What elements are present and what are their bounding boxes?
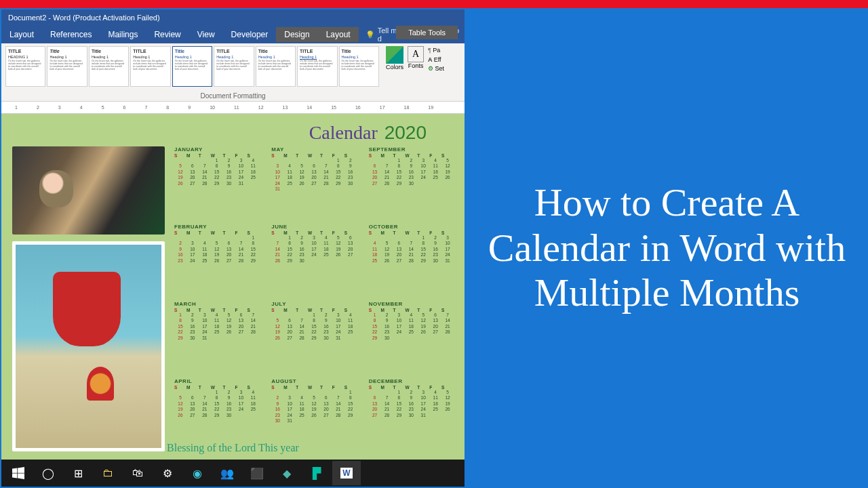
style-preset[interactable]: Title Heading 1 On the Insert tab, the g… (256, 46, 296, 87)
start-button[interactable] (4, 461, 33, 485)
calendar-year: 2020 (384, 122, 427, 144)
style-preset[interactable]: Title Heading 1 On the Insert tab, the g… (89, 46, 129, 87)
ruler-mark: 14 (307, 105, 312, 110)
month-name: JUNE (271, 224, 356, 230)
style-preset[interactable]: Title Heading 1 On the Insert tab, the g… (47, 46, 87, 87)
day-of-week-row: SMTWTFS (174, 153, 259, 158)
ruler-mark: 5 (102, 105, 104, 110)
set-default-button[interactable]: Set (428, 64, 444, 74)
search-button[interactable]: ◯ (34, 461, 62, 485)
month-block: DECEMBERSMTWTFS1234567891011121314151617… (369, 378, 454, 451)
tab-mailings[interactable]: Mailings (100, 27, 146, 42)
ruler-mark: 2 (37, 105, 39, 110)
filmora-button[interactable]: ▛ (302, 461, 331, 485)
app-icon: ◆ (283, 467, 291, 480)
blessing-caption: Blessing of the Lord This year (1, 442, 465, 454)
ribbon-group-label: Document Formatting (1, 92, 465, 100)
microsoft-store-button[interactable]: 🛍 (123, 461, 152, 485)
ruler-mark: 16 (355, 105, 361, 110)
style-preset[interactable]: TITLE Heading 1 On the Insert tab, the g… (130, 46, 170, 87)
calendar-months-grid: JANUARYSMTWTFS12345678910111213141516171… (174, 146, 454, 451)
month-block: MAYSMTWTFS123456789101112131415161718192… (271, 146, 356, 220)
task-view-button[interactable]: ⊞ (64, 461, 92, 485)
month-block: MARCHSMTWTFS1234567891011121314151617181… (174, 301, 259, 374)
ruler-mark: 8 (166, 105, 169, 110)
tab-review[interactable]: Review (146, 27, 189, 42)
days-grid: 1234567891011121314151617181920212223242… (369, 390, 454, 418)
month-block: NOVEMBERSMTWTFS1234567891011121314151617… (369, 301, 454, 374)
colors-icon (386, 46, 403, 64)
style-preset[interactable]: Title Heading 1 On the Insert tab, the g… (339, 46, 379, 87)
ruler-mark: 4 (80, 105, 83, 110)
tab-table-layout[interactable]: Layout (318, 27, 359, 42)
horizontal-ruler[interactable]: 12345678910111213141516171819 (1, 102, 465, 114)
month-name: APRIL (174, 378, 259, 384)
tab-view[interactable]: View (189, 27, 223, 42)
style-preset[interactable]: TITLE Heading 1 On the Insert tab, the g… (214, 46, 254, 87)
style-preset[interactable]: TITLE Heading 1 On the Insert tab, the g… (297, 46, 337, 87)
word-icon: W (340, 468, 352, 479)
search-icon: ◯ (42, 467, 54, 480)
paragraph-spacing-button[interactable]: Pa (428, 46, 444, 56)
word-app-button[interactable]: W (332, 461, 361, 485)
month-name: NOVEMBER (369, 301, 454, 307)
day-of-week-row: SMTWTFS (271, 385, 356, 390)
days-grid: 1234567891011121314151617181920212223242… (174, 312, 259, 341)
ruler-mark: 1 (15, 105, 18, 110)
main-area: Document2 - Word (Product Activation Fai… (0, 8, 868, 488)
month-block: SEPTEMBERSMTWTFS123456789101112131415161… (369, 146, 454, 220)
thumbnail-title-panel: How to Create A Calendar in Word with Mu… (466, 8, 868, 488)
photo-column (12, 146, 165, 451)
calendar-title-word: Calendar (309, 122, 378, 144)
fonts-button[interactable]: A Fonts (408, 46, 424, 69)
style-preset-selected[interactable]: Title Heading 1 On the Insert tab, the g… (172, 46, 212, 87)
effects-button[interactable]: Eff (428, 56, 444, 65)
video-thumbnail: Document2 - Word (Product Activation Fai… (0, 0, 868, 488)
day-of-week-row: SMTWTFS (271, 230, 356, 235)
tab-layout[interactable]: Layout (1, 27, 42, 42)
window-title-text: Document2 - Word (Product Activation Fai… (8, 14, 160, 22)
calendar-header: Calendar 2020 (12, 122, 454, 144)
gear-icon: ⚙ (163, 467, 172, 480)
office-button[interactable]: ⬛ (243, 461, 271, 485)
settings-button[interactable]: ⚙ (153, 461, 182, 485)
file-explorer-button[interactable]: 🗀 (94, 461, 122, 485)
day-of-week-row: SMTWTFS (271, 153, 356, 158)
tab-table-design[interactable]: Design (276, 27, 317, 42)
day-of-week-row: SMTWTFS (369, 385, 454, 390)
teams-button[interactable]: 👥 (213, 461, 241, 485)
colors-button[interactable]: Colors (386, 46, 403, 70)
month-name: OCTOBER (369, 224, 454, 230)
month-name: JULY (271, 301, 356, 307)
filmora-icon: ▛ (313, 467, 321, 480)
month-name: FEBRUARY (174, 224, 259, 230)
days-grid: 1234567891011121314151617181920212223242… (271, 158, 356, 192)
context-tab-group-label: Table Tools (396, 26, 458, 39)
fonts-icon: A (408, 46, 424, 62)
bulb-icon: 💡 (366, 30, 375, 39)
word-application-window: Document2 - Word (Product Activation Fai… (0, 8, 466, 488)
windows-icon (12, 467, 24, 479)
document-page[interactable]: Calendar 2020 JANUARYSMTWTFS123456789101… (1, 114, 465, 460)
ruler-mark: 13 (283, 105, 288, 110)
tab-developer[interactable]: Developer (223, 27, 277, 42)
photo-baby-and-adult[interactable] (12, 146, 165, 235)
month-block: AUGUSTSMTWTFS123456789101112131415161718… (271, 378, 356, 451)
month-name: JANUARY (174, 146, 259, 152)
edge-browser-button[interactable]: ◉ (183, 461, 212, 485)
days-grid: 1234567891011121314151617181920212223242… (369, 312, 454, 341)
app-button[interactable]: ◆ (273, 461, 301, 485)
days-grid: 1234567891011121314151617181920212223242… (174, 235, 259, 264)
month-name: DECEMBER (369, 378, 454, 384)
day-of-week-row: SMTWTFS (174, 308, 259, 312)
ruler-mark: 10 (210, 105, 215, 110)
ruler-mark: 3 (58, 105, 61, 110)
style-preset[interactable]: TITLE HEADING 1 On the Insert tab, the g… (5, 46, 45, 87)
tab-references[interactable]: References (42, 27, 100, 42)
ruler-mark: 19 (428, 105, 433, 110)
days-grid: 1234567891011121314151617181920212223242… (271, 312, 356, 341)
photo-child-beach[interactable] (12, 241, 165, 451)
teams-icon: 👥 (220, 467, 234, 480)
month-block: OCTOBERSMTWTFS12345678910111213141516171… (369, 224, 454, 297)
month-block: JANUARYSMTWTFS12345678910111213141516171… (174, 146, 259, 220)
